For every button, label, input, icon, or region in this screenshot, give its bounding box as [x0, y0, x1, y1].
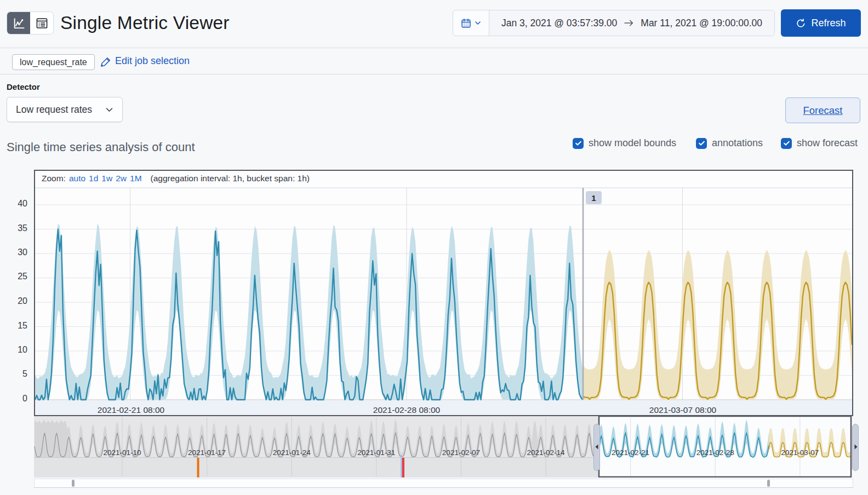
svg-text:2021-01-24: 2021-01-24 [273, 448, 311, 457]
svg-text:2021-02-21 08:00: 2021-02-21 08:00 [98, 405, 165, 415]
svg-text:2021-01-10: 2021-01-10 [103, 448, 141, 457]
svg-text:2021-01-17: 2021-01-17 [188, 448, 226, 457]
svg-text:2021-02-28 08:00: 2021-02-28 08:00 [373, 405, 441, 415]
svg-text:2021-03-07: 2021-03-07 [781, 448, 819, 457]
svg-text:2021-02-28: 2021-02-28 [696, 448, 734, 457]
svg-text:2021-02-07: 2021-02-07 [442, 448, 480, 457]
svg-text:2021-02-14: 2021-02-14 [527, 448, 565, 457]
svg-text:2021-01-31: 2021-01-31 [357, 448, 395, 457]
svg-text:2021-02-21: 2021-02-21 [612, 448, 649, 457]
svg-text:2021-03-07 08:00: 2021-03-07 08:00 [649, 405, 717, 415]
